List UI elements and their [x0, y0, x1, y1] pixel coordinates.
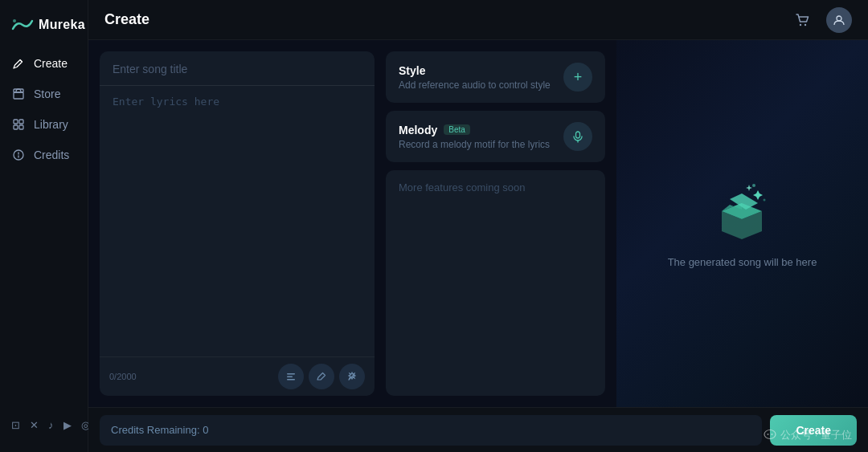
- lyrics-textarea[interactable]: [100, 86, 375, 356]
- song-editor: 0/2000: [100, 51, 375, 396]
- svg-point-16: [752, 184, 755, 187]
- svg-rect-6: [19, 125, 23, 129]
- store-icon: [11, 87, 26, 101]
- user-avatar-button[interactable]: [826, 7, 852, 33]
- magic-tool-button[interactable]: [339, 364, 365, 389]
- char-count: 0/2000: [109, 372, 137, 381]
- edit-tool-button[interactable]: [309, 364, 334, 389]
- features-card: More features coming soon: [386, 170, 605, 396]
- svg-point-9: [805, 23, 806, 25]
- sidebar-bottom: ⊡ ✕ ♪ ▶ ◎: [0, 411, 88, 439]
- header-actions: [789, 7, 852, 33]
- box-illustration: [710, 179, 774, 243]
- empty-state-text: The generated song will be here: [668, 256, 817, 268]
- svg-point-8: [800, 23, 801, 25]
- style-add-button[interactable]: +: [563, 63, 592, 92]
- svg-rect-1: [14, 92, 23, 99]
- features-text: More features coming soon: [399, 181, 526, 193]
- sidebar-item-library[interactable]: Library: [0, 109, 88, 140]
- sidebar-item-create[interactable]: Create: [0, 48, 88, 79]
- tiktok-icon[interactable]: ♪: [48, 419, 54, 431]
- sidebar-item-credits-label: Credits: [34, 149, 69, 161]
- main-area: Create: [88, 0, 868, 452]
- left-panel: 0/2000: [88, 40, 386, 407]
- page-title: Create: [104, 11, 149, 28]
- empty-state: The generated song will be here: [668, 179, 817, 268]
- melody-mic-button[interactable]: [563, 122, 592, 151]
- main-content: The generated song will be here: [616, 40, 868, 407]
- style-card[interactable]: Style Add reference audio to control sty…: [386, 51, 605, 103]
- svg-point-10: [837, 16, 841, 21]
- sidebar-item-credits[interactable]: Credits: [0, 140, 88, 170]
- content: 0/2000: [88, 40, 868, 407]
- style-card-desc: Add reference audio to control style: [399, 79, 551, 91]
- cart-button[interactable]: [789, 7, 815, 33]
- sidebar-item-library-label: Library: [34, 118, 68, 131]
- sidebar-item-create-label: Create: [34, 57, 68, 70]
- svg-rect-12: [287, 377, 293, 378]
- bottom-bar: Credits Remaining: 0 Create: [88, 407, 868, 452]
- credits-remaining-text: Credits Remaining: 0: [111, 424, 208, 436]
- header: Create: [88, 0, 868, 40]
- format-tool-button[interactable]: [278, 364, 304, 389]
- svg-point-7: [14, 150, 23, 160]
- svg-rect-5: [14, 125, 18, 129]
- create-icon: [11, 56, 26, 71]
- credits-display: Credits Remaining: 0: [100, 415, 762, 446]
- svg-rect-11: [287, 373, 295, 375]
- sidebar: Mureka Create Store: [0, 0, 88, 452]
- svg-point-17: [764, 199, 766, 202]
- beta-badge: Beta: [444, 124, 470, 135]
- melody-card-desc: Record a melody motif for the lyrics: [399, 139, 550, 150]
- instagram-icon[interactable]: ⊡: [11, 419, 20, 431]
- song-title-input[interactable]: [100, 51, 375, 86]
- melody-card-title: Melody: [399, 124, 437, 136]
- twitter-icon[interactable]: ✕: [30, 419, 39, 431]
- editor-tools: [278, 364, 365, 389]
- right-side: Style Add reference audio to control sty…: [386, 40, 616, 407]
- svg-rect-13: [287, 379, 295, 381]
- youtube-icon[interactable]: ▶: [63, 419, 72, 431]
- create-button[interactable]: Create: [770, 415, 857, 446]
- melody-card[interactable]: Melody Beta Record a melody motif for th…: [386, 111, 605, 162]
- svg-rect-3: [14, 120, 18, 124]
- sidebar-item-store-label: Store: [34, 88, 60, 100]
- svg-rect-14: [576, 132, 580, 138]
- svg-point-0: [13, 19, 16, 22]
- sidebar-item-store[interactable]: Store: [0, 79, 88, 109]
- credits-icon: [11, 148, 26, 162]
- style-card-title: Style: [399, 64, 551, 77]
- library-icon: [11, 117, 26, 132]
- logo-text: Mureka: [39, 18, 85, 32]
- svg-rect-2: [14, 89, 23, 92]
- logo: Mureka: [0, 13, 96, 48]
- svg-rect-4: [19, 120, 23, 124]
- editor-footer: 0/2000: [100, 356, 375, 396]
